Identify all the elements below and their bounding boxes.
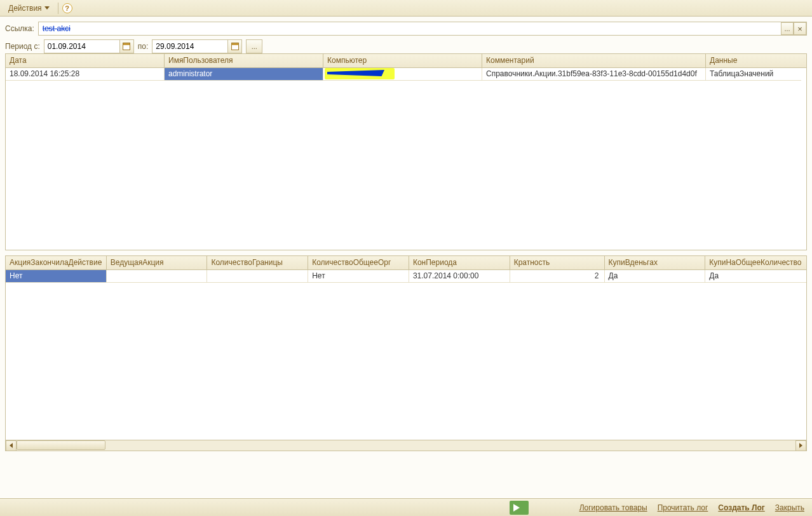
col2-2[interactable]: КоличествоГраницы — [207, 256, 308, 269]
col-comment[interactable]: Комментарий — [482, 54, 706, 67]
toolbar-separator — [58, 3, 58, 14]
date-from-group — [44, 39, 134, 53]
calendar-icon — [231, 43, 239, 50]
calendar-icon — [123, 43, 130, 50]
cell2-2 — [207, 270, 308, 283]
cell-data: ТаблицаЗначений — [706, 68, 801, 81]
link-clear-button[interactable]: × — [794, 22, 806, 35]
scroll-right-button[interactable] — [795, 440, 806, 451]
link-more-button[interactable]: ... — [781, 22, 794, 35]
col-date[interactable]: Дата — [6, 54, 165, 67]
col2-0[interactable]: АкцияЗакончилаДействие — [6, 256, 107, 269]
table-row[interactable]: Нет Нет 31.07.2014 0:00:00 2 Да Да — [6, 270, 806, 283]
cell2-4: 31.07.2014 0:00:00 — [409, 270, 510, 283]
actions-menu-label: Действия — [8, 4, 42, 13]
help-icon[interactable]: ? — [62, 3, 72, 13]
chevron-left-icon — [10, 443, 13, 448]
col2-4[interactable]: КонПериода — [409, 256, 510, 269]
cell-comment: Справочники.Акции.31bf59ea-83f3-11e3-8cd… — [482, 68, 706, 81]
link-input-wrap: ... × — [38, 22, 807, 36]
period-to-label: по: — [138, 42, 149, 51]
date-from-input[interactable] — [44, 39, 120, 53]
period-row: Период с: по: ... — [5, 39, 807, 53]
log-goods-link[interactable]: Логировать товары — [579, 503, 647, 512]
main-toolbar: Действия ? — [0, 0, 812, 17]
link-row: Ссылка: ... × — [5, 22, 807, 36]
detail-grid-body: Нет Нет 31.07.2014 0:00:00 2 Да Да — [6, 270, 806, 440]
redaction-highlight — [327, 69, 384, 78]
actions-menu-button[interactable]: Действия — [4, 2, 54, 15]
create-log-link[interactable]: Создать Лог — [718, 503, 764, 512]
close-link[interactable]: Закрыть — [775, 503, 804, 512]
table-row[interactable]: 18.09.2014 16:25:28 administrator Справо… — [6, 68, 806, 81]
detail-grid: АкцияЗакончилаДействие ВедущаяАкция Коли… — [5, 255, 807, 451]
scroll-left-button[interactable] — [6, 440, 17, 451]
cell2-0: Нет — [6, 270, 107, 283]
scroll-track[interactable] — [17, 440, 795, 451]
read-log-link[interactable]: Прочитать лог — [658, 503, 708, 512]
chevron-down-icon — [44, 6, 50, 10]
cell2-6: Да — [605, 270, 706, 283]
date-to-group — [152, 39, 242, 53]
col-computer[interactable]: Компьютер — [323, 54, 482, 67]
log-grid-body: 18.09.2014 16:25:28 administrator Справо… — [6, 68, 806, 81]
link-input[interactable] — [39, 24, 781, 33]
cell2-5: 2 — [510, 270, 605, 283]
date-to-input[interactable] — [152, 39, 228, 53]
cell-computer — [323, 68, 482, 81]
col2-6[interactable]: КупиВденьгах — [605, 256, 706, 269]
date-to-calendar-button[interactable] — [228, 39, 242, 53]
horizontal-scrollbar[interactable] — [6, 440, 806, 451]
log-grid-header: Дата ИмяПользователя Компьютер Комментар… — [6, 54, 806, 68]
cell2-1 — [107, 270, 208, 283]
scroll-thumb[interactable] — [17, 440, 105, 450]
cell2-3: Нет — [308, 270, 409, 283]
log-grid: Дата ИмяПользователя Компьютер Комментар… — [5, 53, 807, 250]
col-user[interactable]: ИмяПользователя — [165, 54, 323, 67]
link-label: Ссылка: — [5, 24, 34, 33]
col2-1[interactable]: ВедущаяАкция — [107, 256, 208, 269]
play-icon[interactable] — [510, 501, 529, 515]
spacer — [0, 451, 812, 498]
col2-5[interactable]: Кратность — [510, 256, 605, 269]
cell-date: 18.09.2014 16:25:28 — [6, 68, 165, 81]
chevron-right-icon — [799, 443, 802, 448]
cell-user: administrator — [165, 68, 323, 81]
date-from-calendar-button[interactable] — [120, 39, 134, 53]
col-data[interactable]: Данные — [706, 54, 801, 67]
detail-grid-header: АкцияЗакончилаДействие ВедущаяАкция Коли… — [6, 256, 806, 270]
period-from-label: Период с: — [5, 42, 40, 51]
bottom-bar: Логировать товары Прочитать лог Создать … — [0, 498, 812, 516]
col2-3[interactable]: КоличествоОбщееОрг — [308, 256, 409, 269]
col2-7[interactable]: КупиНаОбщееКоличество — [705, 256, 806, 269]
period-more-button[interactable]: ... — [246, 39, 262, 53]
cell2-7: Да — [705, 270, 806, 283]
